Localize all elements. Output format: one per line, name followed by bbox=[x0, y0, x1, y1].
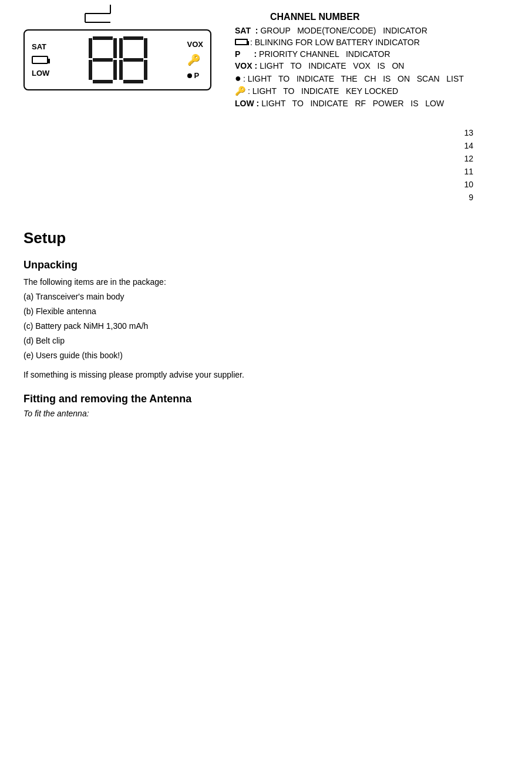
unpacking-item-b: (b) Flexible antenna bbox=[23, 305, 509, 318]
unpacking-item-c: (c) Battery pack NiMH 1,300 mA/h bbox=[23, 320, 509, 332]
setup-section: Setup Unpacking The following items are … bbox=[23, 229, 509, 418]
indicator-sat: SAT : GROUP MODE(TONE/CODE) INDICATOR bbox=[235, 26, 509, 35]
dot-icon bbox=[187, 73, 192, 78]
battery-icon bbox=[32, 56, 48, 64]
setup-title: Setup bbox=[23, 229, 509, 247]
dot-p-row: P bbox=[187, 71, 200, 80]
key-indicator-icon: 🔑 bbox=[235, 86, 246, 96]
page-num-12: 12 bbox=[464, 154, 473, 163]
unpacking-title: Unpacking bbox=[23, 259, 509, 271]
vox-indicator-label: VOX : bbox=[235, 61, 257, 70]
digit-right bbox=[119, 36, 147, 83]
lcd-display-box: SAT LOW bbox=[23, 29, 211, 90]
top-section: SAT LOW bbox=[23, 12, 509, 110]
page-numbers-section: 13 14 12 11 10 9 bbox=[23, 128, 509, 206]
key-indicator-desc: : LIGHT TO INDICATE KEY LOCKED bbox=[248, 86, 398, 96]
indicator-vox: VOX : LIGHT TO INDICATE VOX IS ON bbox=[235, 61, 509, 70]
indicator-scan: ● : LIGHT TO INDICATE THE CH IS ON SCAN … bbox=[235, 73, 509, 83]
digit-left bbox=[89, 36, 117, 83]
indicator-p: P : PRIORITY CHANNEL INDICATOR bbox=[235, 49, 509, 59]
fitting-title: Fitting and removing the Antenna bbox=[23, 393, 509, 405]
page-num-10: 10 bbox=[464, 180, 473, 189]
low-indicator-label: LOW : bbox=[235, 99, 259, 108]
battery-indicator-icon bbox=[235, 39, 248, 45]
indicator-key: 🔑 : LIGHT TO INDICATE KEY LOCKED bbox=[235, 86, 509, 96]
low-indicator-desc: LIGHT TO INDICATE RF POWER IS LOW bbox=[261, 99, 444, 108]
sat-label: SAT bbox=[32, 42, 46, 51]
indicator-list: CHANNEL NUMBER SAT : GROUP MODE(TONE/COD… bbox=[235, 12, 509, 110]
unpacking-item-a: (a) Transceiver's main body bbox=[23, 291, 509, 303]
bullet-indicator-icon: ● bbox=[235, 73, 241, 83]
missing-text: If something is missing please promptly … bbox=[23, 369, 509, 381]
page-num-14: 14 bbox=[464, 141, 473, 150]
page-num-11: 11 bbox=[464, 167, 473, 176]
indicator-low: LOW : LIGHT TO INDICATE RF POWER IS LOW bbox=[235, 99, 509, 108]
sat-indicator-desc: GROUP MODE(TONE/CODE) INDICATOR bbox=[260, 26, 427, 35]
vox-indicator-desc: LIGHT TO INDICATE VOX IS ON bbox=[260, 61, 404, 70]
unpacking-item-e: (e) Users guide (this book!) bbox=[23, 349, 509, 362]
fitting-subtitle: To fit the antenna: bbox=[23, 409, 509, 418]
page-num-9: 9 bbox=[469, 193, 473, 202]
scan-indicator-desc: : LIGHT TO INDICATE THE CH IS ON SCAN LI… bbox=[243, 74, 464, 83]
unpacking-intro: The following items are in the package: bbox=[23, 276, 509, 288]
p-indicator-label: P : bbox=[235, 49, 257, 59]
unpacking-item-d: (d) Belt clip bbox=[23, 335, 509, 347]
p-label: P bbox=[194, 71, 200, 80]
sat-indicator-label: SAT : bbox=[235, 26, 258, 35]
low-label: LOW bbox=[32, 69, 49, 78]
vox-label: VOX bbox=[187, 40, 203, 49]
page-num-13: 13 bbox=[464, 128, 473, 137]
key-icon-display: 🔑 bbox=[187, 53, 200, 66]
lcd-digits bbox=[89, 36, 147, 83]
lcd-diagram: SAT LOW bbox=[23, 23, 223, 90]
battery-indicator-desc: : BLINKING FOR LOW BATTERY INDICATOR bbox=[250, 38, 420, 47]
channel-number-label: CHANNEL NUMBER bbox=[235, 12, 509, 22]
p-indicator-desc: PRIORITY CHANNEL INDICATOR bbox=[259, 49, 390, 59]
lcd-left-labels: SAT LOW bbox=[32, 42, 49, 78]
indicator-battery: : BLINKING FOR LOW BATTERY INDICATOR bbox=[235, 38, 509, 47]
lcd-right-labels: VOX 🔑 P bbox=[187, 40, 203, 80]
